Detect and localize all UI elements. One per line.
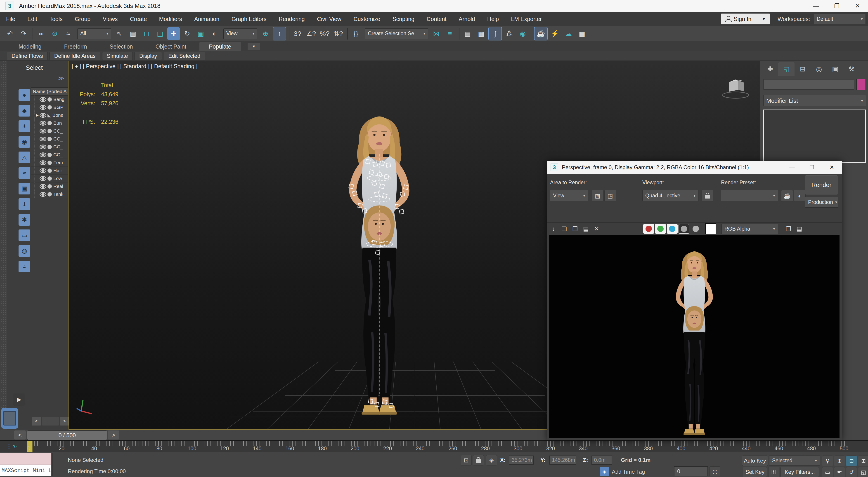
ribbon-tab-populate[interactable]: Populate	[199, 42, 241, 51]
scroll-right-button[interactable]: >	[60, 417, 69, 425]
key-filters-button[interactable]: Key Filters...	[780, 467, 819, 477]
selection-region-icon[interactable]: ◻	[140, 27, 153, 40]
expand-explorer-button[interactable]: ▶	[13, 394, 25, 406]
menu-create[interactable]: Create	[124, 12, 153, 26]
zoom-icon[interactable]: ⚲	[822, 455, 833, 466]
current-frame-field[interactable]: 0	[674, 466, 708, 476]
menu-animation[interactable]: Animation	[188, 12, 225, 26]
maximize-viewport-icon[interactable]: ◱	[858, 467, 868, 477]
display-bones-toggle[interactable]: ✱	[19, 214, 30, 226]
menu-content[interactable]: Content	[421, 12, 453, 26]
simulate-button[interactable]: Simulate	[102, 52, 133, 60]
render-production-icon[interactable]: ⚡	[549, 27, 561, 40]
render-setup-icon[interactable]: ☕	[534, 27, 548, 40]
select-manipulate-icon[interactable]: ↑	[273, 27, 286, 40]
render-frame-window-icon[interactable]: ▦	[576, 27, 588, 40]
menu-lm-exporter[interactable]: LM Exporter	[505, 12, 548, 26]
list-item-bang[interactable]: Bang	[31, 96, 68, 103]
menu-customize[interactable]: Customize	[347, 12, 386, 26]
render-viewport-dropdown[interactable]: Quad 4...ective▾	[642, 190, 699, 201]
mirror-icon[interactable]: ⋈	[430, 27, 443, 40]
list-item-cc[interactable]: CC_	[31, 127, 68, 135]
menu-civil-view[interactable]: Civil View	[311, 12, 347, 26]
key-selection-dropdown[interactable]: Selected▾	[769, 455, 820, 466]
time-configuration-icon[interactable]: ◷	[710, 466, 720, 477]
menu-scripting[interactable]: Scripting	[386, 12, 421, 26]
edit-region-icon[interactable]: ▧	[592, 190, 603, 202]
background-color-swatch[interactable]	[705, 224, 716, 234]
maxscript-listener-output[interactable]	[0, 453, 51, 465]
visibility-eye-icon[interactable]	[39, 97, 46, 102]
add-time-tag-icon[interactable]: ◈	[600, 467, 609, 476]
color-tune-icon[interactable]: ▤	[794, 224, 804, 234]
list-item-fem[interactable]: Fem	[31, 159, 68, 167]
clear-icon[interactable]: ✕	[592, 224, 602, 234]
pan-icon[interactable]: ☛	[834, 467, 845, 477]
select-place-icon[interactable]: ◐	[208, 27, 221, 40]
visibility-eye-icon[interactable]	[39, 192, 46, 197]
display-shapes-toggle[interactable]: ◆	[19, 105, 30, 116]
named-selection-dropdown[interactable]: Create Selection Se▾	[365, 29, 428, 39]
red-channel-button[interactable]	[643, 224, 654, 234]
mini-curve-editor-icon[interactable]: ⋮∿	[4, 442, 20, 451]
green-channel-button[interactable]	[655, 224, 666, 234]
menu-tools[interactable]: Tools	[43, 12, 68, 26]
select-rotate-icon[interactable]: ↻	[181, 27, 193, 40]
ribbon-tab-modeling[interactable]: Modeling	[9, 42, 51, 51]
visibility-eye-icon[interactable]	[39, 113, 46, 118]
layer-explorer-icon[interactable]: ▤	[461, 27, 474, 40]
x-coordinate-field[interactable]: 35.273m	[509, 455, 534, 465]
list-item-bgp[interactable]: BGP	[31, 103, 68, 111]
select-by-name-icon[interactable]: ▤	[127, 27, 139, 40]
material-editor-icon[interactable]: ◉	[517, 27, 529, 40]
render-button[interactable]: Render	[805, 175, 838, 195]
add-time-tag-label[interactable]: Add Time Tag	[612, 469, 645, 475]
maximize-button[interactable]: ❐	[802, 161, 822, 173]
workspace-dropdown[interactable]: Default ▾	[814, 14, 866, 24]
modifier-list-dropdown[interactable]: Modifier List ▾	[763, 95, 866, 106]
ribbon-tab-object-paint[interactable]: Object Paint	[146, 42, 196, 51]
key-mode-icon[interactable]: ⚿	[768, 467, 779, 477]
list-item-cc[interactable]: CC_	[31, 143, 68, 151]
edit-selected-button[interactable]: Edit Selected	[164, 52, 205, 60]
window-crossing-icon[interactable]: ◫	[154, 27, 166, 40]
render-in-cloud-icon[interactable]: ☁	[562, 27, 575, 40]
unlink-icon[interactable]: ⊘	[49, 27, 61, 40]
display-containers-toggle[interactable]: ▭	[19, 230, 30, 241]
ribbon-tab-freeform[interactable]: Freeform	[55, 42, 96, 51]
list-item-real[interactable]: Real	[31, 182, 68, 191]
modifier-stack[interactable]	[763, 109, 866, 163]
minimize-button[interactable]: —	[782, 161, 802, 173]
zoom-extents-icon[interactable]: ⊡	[846, 455, 857, 466]
auto-key-button[interactable]: Auto Key	[742, 455, 768, 466]
menu-help[interactable]: Help	[481, 12, 505, 26]
object-dot-icon[interactable]	[48, 153, 52, 157]
mono-channel-button[interactable]	[679, 224, 689, 234]
object-dot-icon[interactable]	[48, 97, 52, 102]
menu-edit[interactable]: Edit	[21, 12, 43, 26]
align-icon[interactable]: ≡	[444, 27, 456, 40]
list-item-hair[interactable]: Hair	[31, 167, 68, 175]
object-color-swatch[interactable]	[857, 79, 866, 90]
exposure-control-icon[interactable]: ◐	[794, 190, 806, 202]
selection-lock-icon[interactable]	[473, 455, 484, 466]
name-column-header[interactable]: Name (Sorted A	[31, 88, 68, 96]
visibility-eye-icon[interactable]	[39, 129, 46, 134]
display-xrefs-toggle[interactable]: ↧	[19, 198, 30, 210]
viewport-label[interactable]: [ + ] [ Perspective ] [ Standard ] [ Def…	[72, 63, 197, 70]
image-layers-icon[interactable]: ❐	[783, 224, 794, 234]
display-button[interactable]: Display	[134, 52, 162, 60]
render-window-titlebar[interactable]: 3 Perspective, frame 0, Display Gamma: 2…	[548, 161, 842, 174]
lock-viewport-icon[interactable]	[702, 190, 713, 202]
scroll-track[interactable]	[42, 417, 59, 425]
area-to-render-dropdown[interactable]: View▾	[550, 190, 588, 201]
visibility-eye-icon[interactable]	[39, 168, 46, 173]
ribbon-overflow-icon[interactable]: ▼	[248, 43, 260, 50]
select-object-icon[interactable]: ↖	[113, 27, 126, 40]
display-cameras-toggle[interactable]: ◉	[19, 136, 30, 148]
save-image-icon[interactable]: ↓	[548, 224, 558, 234]
tab-modify[interactable]: ◱	[778, 62, 795, 76]
select-move-icon[interactable]: ✚	[167, 27, 180, 40]
close-button[interactable]: ✕	[847, 0, 868, 11]
zoom-extents-all-icon[interactable]: ⊞	[858, 455, 868, 466]
